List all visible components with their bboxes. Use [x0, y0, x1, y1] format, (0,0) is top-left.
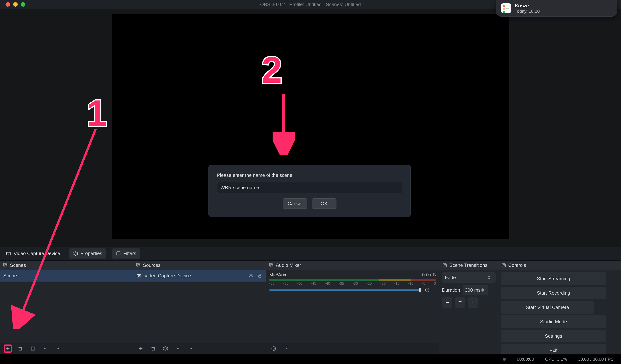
sources-panel: Sources Video Capture Device: [133, 260, 266, 354]
svg-point-3: [8, 253, 9, 254]
controls-panel-header[interactable]: Controls: [498, 260, 621, 270]
scene-move-up-button[interactable]: [41, 345, 49, 353]
status-cpu: CPU: 3.1%: [545, 357, 567, 362]
scene-name-input[interactable]: [217, 182, 402, 193]
transition-select[interactable]: Fade: [442, 272, 496, 283]
kebab-icon: [284, 346, 289, 351]
popout-icon: [136, 263, 141, 267]
svg-point-37: [473, 302, 473, 303]
kebab-icon: [471, 300, 475, 305]
svg-point-21: [165, 348, 167, 349]
svg-point-16: [138, 275, 139, 277]
svg-line-0: [18, 129, 96, 322]
transition-selected-label: Fade: [445, 275, 456, 281]
source-item-label: Video Capture Device: [144, 273, 191, 279]
popout-icon: [501, 263, 506, 267]
svg-rect-8: [5, 265, 7, 267]
remove-scene-button[interactable]: [16, 345, 24, 353]
controls-panel: Controls Start Streaming Start Recording…: [498, 260, 621, 354]
cancel-button[interactable]: Cancel: [283, 199, 307, 209]
dialog-prompt: Please enter the name of the scene: [217, 172, 402, 178]
filters-button[interactable]: Filters: [112, 248, 140, 259]
studio-mode-button[interactable]: Studio Mode: [501, 315, 606, 328]
updown-icon: [488, 274, 493, 281]
remove-source-button[interactable]: [149, 345, 157, 353]
lock-icon[interactable]: [257, 273, 262, 278]
scenes-footer: [0, 343, 133, 354]
ok-button[interactable]: OK: [312, 199, 336, 209]
audio-meter: [269, 279, 436, 281]
kebab-icon[interactable]: [432, 287, 436, 293]
transitions-title: Scene Transitions: [449, 263, 487, 268]
source-move-down-button[interactable]: [187, 345, 195, 353]
status-bar: 00:00:00 CPU: 3.1% 30.00 / 30.00 FPS: [0, 354, 621, 364]
sources-list: Video Capture Device: [133, 270, 266, 343]
source-item[interactable]: Video Capture Device: [133, 270, 266, 281]
scene-move-down-button[interactable]: [54, 345, 62, 353]
transition-menu-button[interactable]: [468, 298, 478, 308]
annotation-number-1: 1: [86, 92, 107, 134]
popout-icon: [3, 263, 8, 267]
remove-transition-button[interactable]: [455, 298, 465, 308]
svg-point-17: [250, 275, 252, 276]
zoom-window-button[interactable]: [21, 2, 25, 7]
sources-title: Sources: [143, 263, 160, 268]
svg-rect-5: [117, 252, 120, 255]
start-recording-button[interactable]: Start Recording: [501, 287, 606, 299]
transitions-panel-header[interactable]: Scene Transitions: [439, 260, 498, 270]
advanced-audio-button[interactable]: [270, 345, 278, 353]
mixer-ticks: -60-55-50-45-40-35-30-25-20-15-10-50: [269, 281, 436, 286]
camera-icon: [136, 273, 141, 278]
sources-panel-header[interactable]: Sources: [133, 260, 266, 270]
transitions-panel: Scene Transitions Fade Duration 300 ms: [439, 260, 498, 354]
duration-input[interactable]: 300 ms: [463, 285, 488, 295]
notification-subtitle: Today, 18:20: [515, 9, 540, 14]
mixer-menu-button[interactable]: [282, 345, 290, 353]
popout-icon: [269, 263, 274, 267]
exit-button[interactable]: Exit: [501, 344, 606, 354]
sources-footer: [133, 343, 266, 354]
mixer-db-value: 0.0 dB: [422, 272, 436, 278]
add-source-button[interactable]: [137, 345, 145, 353]
status-fps: 30.00 / 30.00 FPS: [578, 357, 614, 362]
svg-point-26: [434, 291, 434, 291]
annotation-number-2: 2: [261, 49, 282, 91]
svg-point-36: [473, 301, 473, 302]
trash-icon: [458, 300, 462, 305]
source-move-up-button[interactable]: [174, 345, 182, 353]
notification-title: Kosze: [515, 3, 540, 9]
updown-icon: [482, 286, 486, 294]
popout-icon: [442, 263, 447, 267]
mixer-footer: [266, 343, 439, 354]
svg-rect-15: [137, 275, 141, 277]
plus-icon: [138, 346, 143, 351]
speaker-icon[interactable]: [424, 287, 429, 293]
minimize-window-button[interactable]: [13, 2, 18, 7]
filters-icon: [116, 251, 121, 256]
chevron-up-icon: [176, 346, 181, 351]
settings-button[interactable]: Settings: [501, 330, 606, 342]
duration-value: 300 ms: [465, 287, 481, 293]
svg-point-24: [434, 289, 434, 289]
scene-filters-button[interactable]: [29, 345, 37, 353]
add-scene-button[interactable]: [4, 345, 12, 353]
svg-point-31: [286, 350, 287, 350]
volume-slider[interactable]: [269, 289, 421, 291]
obs-window: OBS 30.0.2 - Profile: Untitled - Scenes:…: [0, 0, 621, 354]
svg-rect-18: [259, 276, 261, 278]
add-transition-button[interactable]: [442, 298, 452, 308]
start-streaming-button[interactable]: Start Streaming: [501, 272, 606, 285]
trash-icon: [18, 346, 23, 351]
start-virtual-camera-button[interactable]: Start Virtual Camera: [501, 301, 594, 314]
mixer-panel-header[interactable]: Audio Mixer: [266, 260, 439, 270]
scene-name-dialog: Please enter the name of the scene Cance…: [208, 165, 411, 217]
source-properties-button[interactable]: [162, 345, 170, 353]
annotation-arrow-2: [273, 92, 295, 155]
reminders-app-icon: [501, 3, 511, 13]
svg-point-29: [286, 347, 287, 347]
close-window-button[interactable]: [5, 2, 10, 7]
svg-rect-23: [271, 265, 273, 267]
system-notification[interactable]: Kosze Today, 18:20: [496, 0, 617, 17]
eye-icon[interactable]: [248, 273, 254, 278]
chevron-down-icon: [55, 346, 60, 351]
